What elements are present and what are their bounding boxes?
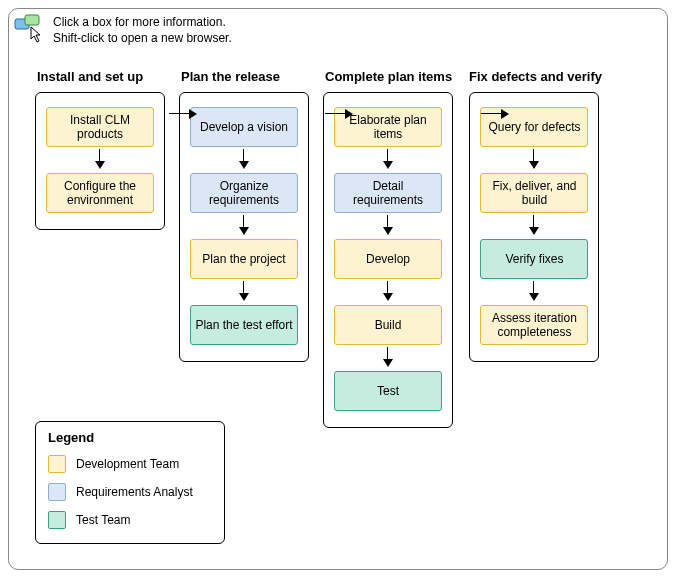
down-arrow-icon xyxy=(529,281,539,303)
flow-node[interactable]: Install CLM products xyxy=(46,107,154,147)
click-hint-icon xyxy=(13,13,47,50)
arrow-col1-col2 xyxy=(169,109,197,119)
column: Plan the releaseDevelop a visionOrganize… xyxy=(179,69,309,428)
flow-node[interactable]: Configure the environment xyxy=(46,173,154,213)
flow-node[interactable]: Develop xyxy=(334,239,442,279)
column-box: Query for defectsFix, deliver, and build… xyxy=(469,92,599,362)
down-arrow-icon xyxy=(529,215,539,237)
header: Click a box for more information. Shift-… xyxy=(13,13,232,50)
columns: Install and set upInstall CLM productsCo… xyxy=(35,69,602,428)
legend-row: Requirements Analyst xyxy=(48,483,210,501)
legend: Legend Development TeamRequirements Anal… xyxy=(35,421,225,544)
down-arrow-icon xyxy=(239,281,249,303)
column: Fix defects and verifyQuery for defectsF… xyxy=(467,69,602,428)
flow-node[interactable]: Test xyxy=(334,371,442,411)
hint-line-1: Click a box for more information. xyxy=(53,15,232,31)
down-arrow-icon xyxy=(383,347,393,369)
legend-swatch xyxy=(48,455,66,473)
legend-label: Requirements Analyst xyxy=(76,485,193,499)
flow-node[interactable]: Assess iteration completeness xyxy=(480,305,588,345)
flow-node[interactable]: Plan the project xyxy=(190,239,298,279)
legend-row: Development Team xyxy=(48,455,210,473)
legend-title: Legend xyxy=(48,430,210,445)
column: Complete plan itemsElaborate plan itemsD… xyxy=(323,69,453,428)
column-box: Develop a visionOrganize requirementsPla… xyxy=(179,92,309,362)
flow-node[interactable]: Develop a vision xyxy=(190,107,298,147)
column-title: Plan the release xyxy=(179,69,309,84)
diagram-frame: Click a box for more information. Shift-… xyxy=(8,8,668,570)
legend-swatch xyxy=(48,483,66,501)
flow-node[interactable]: Detail requirements xyxy=(334,173,442,213)
down-arrow-icon xyxy=(239,149,249,171)
column-title: Install and set up xyxy=(35,69,165,84)
column-title: Complete plan items xyxy=(323,69,453,84)
flow-node[interactable]: Build xyxy=(334,305,442,345)
down-arrow-icon xyxy=(529,149,539,171)
down-arrow-icon xyxy=(95,149,105,171)
down-arrow-icon xyxy=(383,215,393,237)
down-arrow-icon xyxy=(239,215,249,237)
arrow-col3-col4 xyxy=(481,109,509,119)
legend-label: Development Team xyxy=(76,457,179,471)
svg-rect-1 xyxy=(25,15,39,25)
hint-text: Click a box for more information. Shift-… xyxy=(53,13,232,46)
legend-swatch xyxy=(48,511,66,529)
column-box: Elaborate plan itemsDetail requirementsD… xyxy=(323,92,453,428)
down-arrow-icon xyxy=(383,281,393,303)
column-title: Fix defects and verify xyxy=(467,69,602,84)
flow-node[interactable]: Organize requirements xyxy=(190,173,298,213)
arrow-col2-col3 xyxy=(325,109,353,119)
flow-node[interactable]: Fix, deliver, and build xyxy=(480,173,588,213)
flow-node[interactable]: Plan the test effort xyxy=(190,305,298,345)
hint-line-2: Shift-click to open a new browser. xyxy=(53,31,232,47)
legend-label: Test Team xyxy=(76,513,130,527)
column: Install and set upInstall CLM productsCo… xyxy=(35,69,165,428)
down-arrow-icon xyxy=(383,149,393,171)
flow-node[interactable]: Verify fixes xyxy=(480,239,588,279)
legend-row: Test Team xyxy=(48,511,210,529)
column-box: Install CLM productsConfigure the enviro… xyxy=(35,92,165,230)
